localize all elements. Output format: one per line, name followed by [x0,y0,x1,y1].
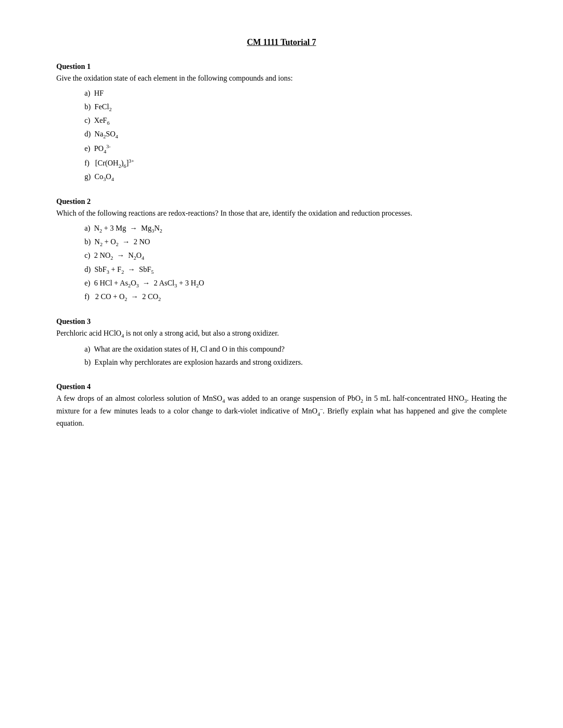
question-3-text: Perchloric acid HClO4 is not only a stro… [56,328,507,340]
q1-item-g: g) Co3O4 [84,170,507,184]
q2-item-c: c) 2 NO2 → N2O4 [84,249,507,263]
q1-item-e: e) PO43- [84,142,507,156]
question-4-text: A few drops of an almost colorless solut… [56,393,507,429]
question-2-list: a) N2 + 3 Mg → Mg3N2 b) N2 + O2 → 2 NO c… [56,222,507,304]
page-title: CM 1111 Tutorial 7 [56,38,507,47]
question-4-heading: Question 4 [56,383,507,391]
question-1-text: Give the oxidation state of each element… [56,73,507,84]
q2-item-f: f) 2 CO + O2 → 2 CO2 [84,290,507,304]
q1-item-d: d) Na2SO4 [84,128,507,141]
q3-item-a: a) What are the oxidation states of H, C… [84,343,507,356]
question-3-block: Question 3 Perchloric acid HClO4 is not … [56,317,507,370]
q2-item-d: d) SbF3 + F2 → SbF5 [84,263,507,277]
question-4-block: Question 4 A few drops of an almost colo… [56,383,507,429]
question-1-block: Question 1 Give the oxidation state of e… [56,62,507,184]
q1-item-a: a) HF [84,87,507,100]
q1-item-b: b) FeCl2 [84,100,507,114]
question-1-heading: Question 1 [56,62,507,71]
q2-item-a: a) N2 + 3 Mg → Mg3N2 [84,222,507,235]
question-3-list: a) What are the oxidation states of H, C… [56,343,507,370]
question-3-heading: Question 3 [56,317,507,326]
q2-item-e: e) 6 HCl + As2O3 → 2 AsCl3 + 3 H2O [84,277,507,290]
question-2-text: Which of the following reactions are red… [56,208,507,219]
question-1-list: a) HF b) FeCl2 c) XeF6 d) Na2SO4 e) PO43… [56,87,507,184]
q2-item-b: b) N2 + O2 → 2 NO [84,235,507,249]
q1-item-c: c) XeF6 [84,114,507,128]
q3-item-b: b) Explain why perchlorates are explosio… [84,356,507,369]
q1-item-f: f) [Cr(OH2)6]3+ [84,156,507,171]
question-2-heading: Question 2 [56,197,507,206]
question-2-block: Question 2 Which of the following reacti… [56,197,507,304]
